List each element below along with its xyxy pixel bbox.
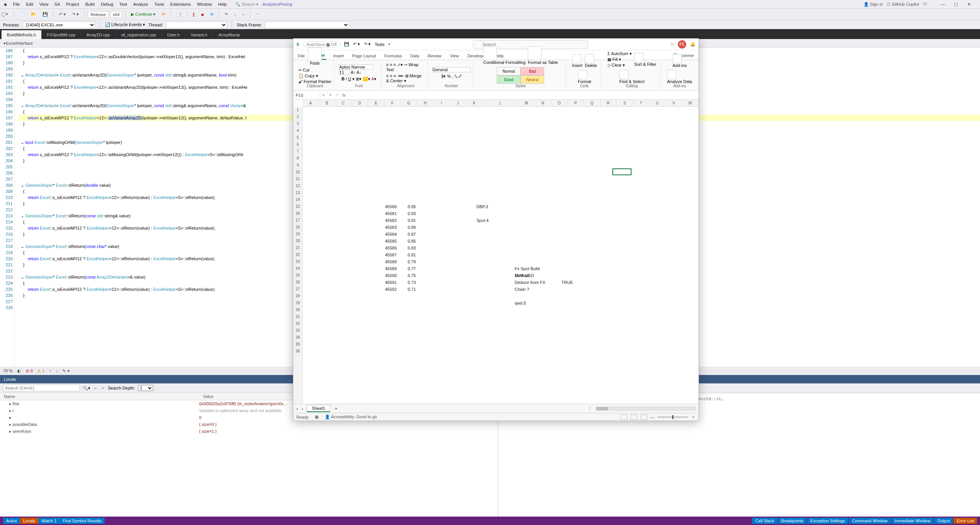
toolwin-tab[interactable]: Immediate Window bbox=[892, 518, 934, 524]
save-icon[interactable]: 💾 bbox=[344, 42, 349, 47]
doc-tab[interactable]: Date.h bbox=[162, 30, 185, 39]
row-header[interactable]: 9 bbox=[293, 162, 302, 169]
cell[interactable]: 45588 bbox=[379, 258, 398, 265]
row-header[interactable]: 17 bbox=[293, 217, 302, 224]
row-header[interactable]: 6 bbox=[293, 141, 302, 148]
col-header[interactable]: V bbox=[666, 100, 682, 106]
misc-icon[interactable]: ⋯ bbox=[253, 11, 262, 18]
config-select[interactable]: Release bbox=[88, 11, 108, 18]
delete-button[interactable] bbox=[585, 54, 594, 63]
col-header[interactable]: J bbox=[450, 100, 466, 106]
menu-edit[interactable]: Edit bbox=[23, 1, 36, 7]
style-normal[interactable]: Normal bbox=[497, 67, 520, 75]
col-header[interactable]: O bbox=[551, 100, 568, 106]
toolwin-tab[interactable]: Find Symbol Results bbox=[60, 518, 105, 524]
cell[interactable]: 0.85 bbox=[398, 238, 417, 245]
cell[interactable]: 45592 bbox=[379, 286, 398, 293]
number-format[interactable] bbox=[432, 67, 471, 72]
paste-button[interactable] bbox=[308, 47, 322, 61]
menu-project[interactable]: Project bbox=[63, 1, 82, 7]
row-header[interactable]: 27 bbox=[293, 286, 302, 293]
col-header[interactable]: K bbox=[466, 100, 483, 106]
col-header[interactable]: L bbox=[483, 100, 519, 106]
row-header[interactable]: 10 bbox=[293, 169, 302, 176]
sheet-prev-icon[interactable]: ‹ bbox=[296, 406, 298, 411]
copilot-link[interactable]: ⬡ GitHub Copilot bbox=[887, 2, 919, 7]
nav-back-icon[interactable]: ← bbox=[93, 386, 98, 390]
sheet-next-icon[interactable]: › bbox=[302, 406, 303, 411]
row-header[interactable]: 32 bbox=[293, 320, 302, 327]
col-header[interactable]: N bbox=[535, 100, 551, 106]
analyze-button[interactable] bbox=[667, 70, 676, 79]
cell[interactable]: 45589 bbox=[379, 265, 398, 272]
cell[interactable]: 0.89 bbox=[398, 224, 417, 231]
col-header[interactable]: G bbox=[401, 100, 417, 106]
cell[interactable]: 45590 bbox=[379, 272, 398, 279]
row-header[interactable]: 16 bbox=[293, 210, 302, 217]
row-header[interactable]: 29 bbox=[293, 300, 302, 307]
zoom-out-icon[interactable]: — bbox=[650, 415, 654, 419]
toolwin-tab[interactable]: Watch 1 bbox=[38, 518, 60, 524]
undo-icon[interactable]: ↶ ▾ bbox=[353, 42, 360, 47]
ribbon-tab-page-layout[interactable]: Page Layout bbox=[351, 52, 378, 60]
back-icon[interactable]: ⃝ ▾ bbox=[2, 11, 11, 18]
row-header[interactable]: 22 bbox=[293, 251, 302, 258]
signin-link[interactable]: 👤 Sign in bbox=[864, 2, 883, 7]
new-icon[interactable]: 📄 bbox=[17, 11, 27, 18]
view-break-icon[interactable] bbox=[640, 414, 647, 420]
stop-icon[interactable]: ■ bbox=[199, 11, 206, 18]
cell[interactable]: 0.71 bbox=[398, 286, 417, 293]
redo-icon[interactable]: ↷ ▾ bbox=[364, 42, 371, 47]
zoom-slider[interactable] bbox=[658, 416, 688, 418]
toolwin-tab[interactable]: Call Stack bbox=[752, 518, 777, 524]
nav-up-icon[interactable]: ↑ bbox=[49, 368, 51, 373]
row-header[interactable]: 36 bbox=[293, 348, 302, 355]
col-header[interactable]: F bbox=[384, 100, 401, 106]
doc-title[interactable]: Tests bbox=[375, 42, 384, 47]
cell[interactable]: 0.73 bbox=[398, 279, 417, 286]
step-out-icon[interactable]: ↑ bbox=[240, 11, 247, 18]
col-header[interactable]: D bbox=[352, 100, 368, 106]
col-header[interactable]: I bbox=[434, 100, 450, 106]
error-count[interactable]: ⊘ 0 bbox=[26, 368, 33, 373]
addins-button[interactable] bbox=[672, 54, 682, 63]
ribbon-tab-insert[interactable]: Insert bbox=[332, 52, 345, 60]
cell[interactable]: 45586 bbox=[379, 245, 398, 251]
search-icon[interactable]: 🔍▾ bbox=[83, 386, 90, 391]
cell[interactable]: DBP.3 bbox=[475, 203, 494, 210]
row-header[interactable]: 28 bbox=[293, 293, 302, 300]
cell[interactable]: 0.79 bbox=[398, 258, 417, 265]
col-header[interactable]: S bbox=[617, 100, 633, 106]
macro-rec-icon[interactable]: ▦ bbox=[315, 414, 319, 419]
vs-search[interactable]: 🔍 Search ▾ bbox=[235, 2, 258, 7]
cut-button[interactable]: ✂ Cut bbox=[298, 68, 332, 73]
painter-button[interactable]: 🖌 Format Painter bbox=[298, 79, 332, 84]
row-header[interactable]: 2 bbox=[293, 114, 302, 121]
col-header[interactable]: W bbox=[682, 100, 699, 106]
name-box[interactable]: P10 bbox=[293, 93, 320, 98]
clear-button[interactable]: ◇ Clear ▾ bbox=[607, 63, 632, 68]
zoom-level[interactable]: 79 % bbox=[3, 368, 13, 373]
toolwin-tab[interactable]: Exception Settings bbox=[807, 518, 848, 524]
row-header[interactable]: 7 bbox=[293, 148, 302, 155]
row-header[interactable]: 31 bbox=[293, 313, 302, 320]
cell[interactable]: 0.93 bbox=[398, 210, 417, 217]
insert-button[interactable] bbox=[572, 54, 581, 63]
fx-icon[interactable]: fx bbox=[340, 93, 348, 98]
row-header[interactable]: 13 bbox=[293, 189, 302, 196]
cell[interactable]: 45581 bbox=[379, 210, 398, 217]
cell[interactable]: Deduce from FX Chain ? bbox=[513, 279, 555, 286]
formula-input[interactable] bbox=[348, 93, 699, 98]
cell[interactable]: 0.77 bbox=[398, 265, 417, 272]
lifecycle-label[interactable]: 🔄 Lifecycle Events ▾ bbox=[105, 22, 146, 27]
col-header[interactable]: T bbox=[633, 100, 650, 106]
font-name[interactable] bbox=[339, 64, 373, 70]
row-header[interactable]: 18 bbox=[293, 224, 302, 231]
cell[interactable]: 0.87 bbox=[398, 231, 417, 238]
restart-icon[interactable]: ⟳ bbox=[159, 11, 167, 18]
row-header[interactable]: 15 bbox=[293, 203, 302, 210]
pencil-icon[interactable]: ✎ ▾ bbox=[62, 368, 69, 373]
col-value[interactable]: Value bbox=[199, 394, 217, 399]
format-button[interactable] bbox=[578, 70, 587, 79]
row-header[interactable]: 20 bbox=[293, 238, 302, 245]
